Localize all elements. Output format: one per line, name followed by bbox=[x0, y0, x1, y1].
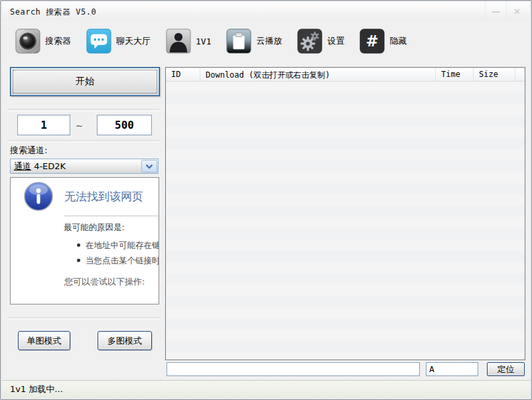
error-bullet-list: 在地址中可能存在键入错误。 当您点击某个链接时，它可能已过期。 bbox=[77, 237, 159, 268]
divider bbox=[7, 317, 160, 320]
list-header: ID Download (双击打开或右击复制) Time Size bbox=[166, 68, 525, 82]
bullet-icon bbox=[77, 259, 80, 262]
column-header-filler bbox=[515, 68, 525, 81]
bullet-icon bbox=[77, 243, 80, 247]
column-header-time[interactable]: Time bbox=[436, 68, 474, 81]
app-window: Search 搜索器 V5.0 — ✕ bbox=[0, 0, 532, 400]
info-icon bbox=[23, 181, 54, 212]
chat-icon bbox=[86, 29, 111, 54]
window-title: Search 搜索器 V5.0 bbox=[10, 7, 96, 18]
toolbar-item-search[interactable]: 搜索器 bbox=[15, 29, 71, 54]
search-input[interactable] bbox=[166, 362, 420, 376]
toolbar-item-hide[interactable]: # 隐藏 bbox=[360, 29, 407, 54]
range-to-input[interactable] bbox=[97, 115, 152, 135]
results-listview[interactable]: ID Download (双击打开或右击复制) Time Size bbox=[165, 67, 525, 360]
person-icon bbox=[166, 29, 191, 54]
error-divider bbox=[64, 216, 159, 216]
error-bullet: 在地址中可能存在键入错误。 bbox=[77, 237, 159, 253]
error-reason-label: 最可能的原因是: bbox=[64, 222, 125, 233]
channel-selected-value: 通道 4-ED2K bbox=[11, 161, 141, 172]
channel-dropdown[interactable]: 通道 4-ED2K bbox=[10, 159, 159, 174]
toolbar-item-label: 云播放 bbox=[256, 35, 282, 47]
toolbar-item-label: 1V1 bbox=[196, 36, 211, 46]
browser-error-panel: 无法找到该网页 最可能的原因是: 在地址中可能存在键入错误。 当您点击某个链接时… bbox=[10, 177, 159, 304]
range-separator: ~ bbox=[76, 121, 83, 131]
camera-icon bbox=[15, 29, 40, 54]
column-header-download[interactable]: Download (双击打开或右击复制) bbox=[200, 68, 436, 81]
toolbar-item-label: 聊天大厅 bbox=[116, 35, 151, 47]
multi-image-mode-button[interactable]: 多图模式 bbox=[98, 331, 152, 350]
status-bar: 1v1 加载中... bbox=[2, 380, 530, 398]
error-try-label: 您可以尝试以下操作: bbox=[64, 276, 145, 288]
start-button-label: 开始 bbox=[76, 76, 94, 88]
toolbar-item-1v1[interactable]: 1V1 bbox=[166, 29, 211, 54]
minimize-icon: — bbox=[492, 7, 500, 17]
close-button[interactable]: ✕ bbox=[506, 2, 527, 21]
window-controls: — ✕ bbox=[485, 2, 527, 21]
chevron-down-icon bbox=[145, 164, 153, 169]
column-header-size[interactable]: Size bbox=[474, 68, 515, 81]
status-text: 1v1 加载中... bbox=[10, 383, 63, 395]
titlebar[interactable]: Search 搜索器 V5.0 — ✕ bbox=[2, 2, 530, 21]
error-bullet: 当您点击某个链接时，它可能已过期。 bbox=[77, 253, 159, 268]
gears-icon bbox=[297, 29, 322, 54]
toolbar-item-chat-hall[interactable]: 聊天大厅 bbox=[86, 29, 151, 54]
column-header-id[interactable]: ID bbox=[166, 68, 200, 81]
locate-button[interactable]: 定位 bbox=[487, 362, 525, 376]
toolbar-item-cloud-play[interactable]: 云播放 bbox=[226, 29, 282, 54]
toolbar-item-label: 设置 bbox=[327, 35, 344, 47]
toolbar: 搜索器 聊天大厅 bbox=[15, 27, 422, 55]
toolbar-item-label: 隐藏 bbox=[389, 35, 407, 47]
divider bbox=[7, 140, 160, 143]
hash-icon: # bbox=[360, 29, 385, 54]
range-from-input[interactable] bbox=[17, 115, 70, 135]
toolbar-item-settings[interactable]: 设置 bbox=[297, 29, 344, 54]
letter-input[interactable] bbox=[426, 362, 478, 376]
dropdown-arrow-button[interactable] bbox=[141, 160, 157, 172]
list-body-empty[interactable] bbox=[166, 82, 525, 360]
divider bbox=[7, 109, 160, 111]
start-button[interactable]: 开始 bbox=[10, 67, 160, 96]
svg-text:#: # bbox=[366, 33, 379, 50]
minimize-button[interactable]: — bbox=[485, 2, 506, 21]
close-icon: ✕ bbox=[513, 7, 521, 17]
toolbar-item-label: 搜索器 bbox=[45, 35, 71, 47]
error-page-title: 无法找到该网页 bbox=[64, 189, 143, 204]
single-image-mode-button[interactable]: 单图模式 bbox=[18, 331, 70, 350]
clipboard-icon bbox=[226, 29, 251, 54]
channel-label: 搜索通道: bbox=[10, 145, 47, 157]
